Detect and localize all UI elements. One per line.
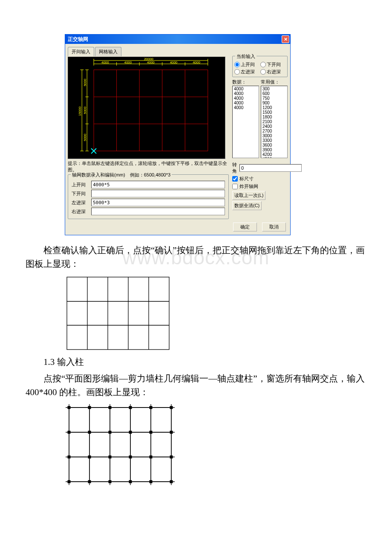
svg-rect-86 [150, 480, 153, 483]
radio-bottom-span[interactable]: 下开间 [260, 61, 285, 68]
svg-rect-40 [67, 277, 169, 350]
list-item[interactable]: 4000 [233, 91, 258, 96]
input-left-depth[interactable] [91, 199, 225, 206]
svg-text:4000: 4000 [101, 61, 109, 64]
list-item[interactable]: 750 [262, 96, 287, 101]
svg-text:4000: 4000 [147, 61, 155, 64]
read-last-button[interactable]: 读取上一次(L) [232, 191, 265, 200]
list-item[interactable]: 4000 [233, 101, 258, 105]
svg-rect-85 [150, 456, 153, 459]
list-item[interactable]: 3300 [262, 138, 287, 143]
svg-rect-70 [68, 480, 71, 483]
input-top-span[interactable] [91, 181, 225, 188]
svg-rect-79 [129, 406, 132, 409]
svg-text:5000: 5000 [83, 107, 87, 114]
list-item[interactable]: 1200 [262, 105, 287, 110]
tab-grid-input[interactable]: 网格输入 [95, 47, 121, 56]
svg-text:5000: 5000 [83, 133, 87, 141]
svg-rect-82 [129, 480, 132, 483]
list-item[interactable]: 1500 [262, 110, 287, 115]
paragraph-1: 检查确认输入正确后，点按“确认”按钮后，把正交轴网拖到靠近左下角的位置，画图板上… [26, 244, 366, 271]
svg-text:4000: 4000 [124, 61, 132, 64]
edit-groupbox: 轴网数据录入和编辑(mm) 例如：6500,4800*3 上开间 下开间 [68, 174, 229, 219]
paragraph-2: 点按“平面图形编辑—剪力墙柱几何编辑一—轴点建柱”，窗选所有轴网交点，输入 40… [26, 372, 366, 399]
svg-rect-72 [88, 431, 91, 434]
current-input-group: 当前输入 上开间 下开间 左进深 右进深 [232, 56, 288, 77]
list-item[interactable]: 2100 [262, 119, 287, 124]
svg-rect-87 [170, 406, 173, 409]
svg-rect-89 [170, 456, 173, 459]
svg-rect-76 [109, 431, 112, 434]
cancel-button[interactable]: 取消 [262, 223, 286, 231]
svg-rect-83 [150, 406, 153, 409]
label-top-span: 上开间 [72, 182, 89, 188]
svg-rect-74 [88, 480, 91, 483]
preview-svg: 20000 4000 4000 4000 4000 4000 15000 500… [68, 57, 225, 159]
list-item[interactable]: 4000 [233, 105, 258, 110]
svg-rect-75 [109, 406, 112, 409]
current-input-title: 当前输入 [235, 53, 257, 60]
dialog-screenshot: 正交轴网 ✕ 开间输入 网格输入 [65, 34, 366, 235]
label-bottom-span: 下开间 [72, 191, 89, 197]
chk-explode[interactable]: 炸开轴网 [232, 183, 288, 190]
list-item[interactable]: 1800 [262, 115, 287, 119]
ok-button[interactable]: 确定 [233, 223, 257, 231]
list-item[interactable]: 3600 [262, 143, 287, 147]
tab-span-input[interactable]: 开间输入 [68, 47, 94, 56]
figure-grid-5x3 [65, 275, 366, 352]
svg-text:4000: 4000 [170, 61, 178, 64]
input-right-depth[interactable] [91, 208, 225, 215]
svg-rect-68 [68, 431, 71, 434]
list-item[interactable]: 2400 [262, 124, 287, 129]
section-1-3-heading: 1.3 输入柱 [26, 356, 366, 368]
close-icon[interactable]: ✕ [282, 35, 289, 43]
list-item[interactable]: 4500 [262, 157, 287, 158]
dialog-title: 正交轴网 [68, 36, 88, 43]
angle-input[interactable] [239, 164, 302, 172]
list-item[interactable]: 4000 [233, 96, 258, 101]
svg-rect-77 [109, 456, 112, 459]
label-left-depth: 左进深 [72, 199, 89, 206]
svg-rect-67 [68, 406, 71, 409]
list-item[interactable]: 3900 [262, 147, 287, 152]
list-item[interactable]: 2700 [262, 129, 287, 133]
list-item[interactable]: 3000 [262, 133, 287, 138]
radio-left-depth[interactable]: 左进深 [234, 69, 259, 75]
list-item[interactable]: 600 [262, 91, 287, 96]
svg-rect-90 [170, 480, 173, 483]
chk-dimension[interactable]: 标尺寸 [232, 176, 288, 182]
data-listbox[interactable]: 40004000400040004000 [232, 86, 259, 158]
dialog-body: 开间输入 网格输入 [65, 44, 290, 235]
radio-right-depth[interactable]: 右进深 [260, 69, 285, 75]
svg-rect-84 [150, 431, 153, 434]
svg-text:4000: 4000 [193, 61, 200, 64]
svg-rect-73 [88, 456, 91, 459]
list-item[interactable]: 4200 [262, 152, 287, 157]
svg-rect-81 [129, 456, 132, 459]
input-bottom-span[interactable] [91, 190, 225, 197]
angle-label: 转角 [232, 162, 237, 174]
edit-group-title: 轴网数据录入和编辑(mm) 例如：6500,4800*3 [71, 172, 172, 178]
svg-rect-71 [88, 406, 91, 409]
data-list-label: 数据： [232, 79, 259, 85]
grid-preview[interactable]: 20000 4000 4000 4000 4000 4000 15000 500… [68, 57, 225, 159]
hint-text: 提示：单击鼠标左键选择定位点，滚轮缩放，中键按下平移，双击中键显示全图。 [68, 160, 229, 173]
svg-rect-78 [109, 480, 112, 483]
radio-top-span[interactable]: 上开间 [234, 61, 259, 68]
orthogonal-grid-dialog: 正交轴网 ✕ 开间输入 网格输入 [65, 34, 291, 235]
label-right-depth: 右进深 [72, 208, 89, 215]
figure-grid-columns [65, 403, 366, 487]
svg-rect-80 [129, 431, 132, 434]
common-list-label: 常用值： [261, 79, 288, 85]
list-item[interactable]: 300 [262, 87, 287, 91]
svg-text:5000: 5000 [83, 78, 87, 86]
svg-rect-69 [68, 456, 71, 459]
clear-all-button[interactable]: 数据全清(C) [232, 201, 262, 210]
list-item[interactable]: 4000 [233, 87, 258, 91]
svg-rect-88 [170, 431, 173, 434]
svg-text:15000: 15000 [78, 106, 82, 116]
list-item[interactable]: 900 [262, 101, 287, 105]
dialog-titlebar: 正交轴网 ✕ [65, 35, 290, 44]
common-listbox[interactable]: 3006007509001200150018002100240027003000… [261, 86, 288, 158]
